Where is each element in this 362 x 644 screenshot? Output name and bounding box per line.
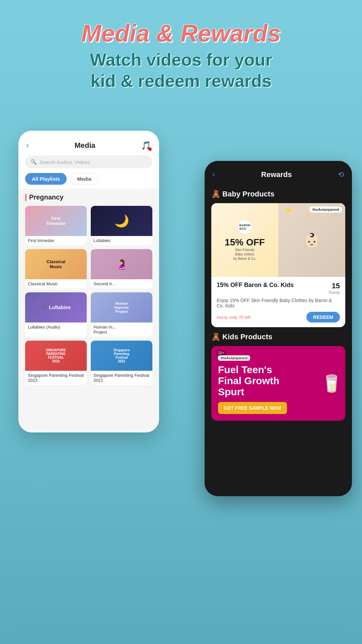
- reward-card-baron[interactable]: BARON&CO 15% OFF Skin FriendlyBaby cloth…: [211, 203, 345, 327]
- media-search-area: 🔍 Search Audios, Videos: [18, 156, 159, 173]
- playlist-thumb-classical: ClassicalMusic: [25, 249, 87, 279]
- baby-products-section-title: 🧸 Baby Products: [211, 190, 345, 198]
- list-item[interactable]: SingaporeParentingFestival2021 Singapore…: [91, 341, 152, 385]
- search-placeholder: Search Audios, Videos: [40, 159, 90, 165]
- rewards-content: 🧸 Baby Products BARON&CO 15% OFF Skin Fr…: [205, 184, 352, 493]
- redeem-button[interactable]: REDEEM: [306, 312, 340, 323]
- discount-percent: 15% OFF: [225, 237, 265, 248]
- media-header: ‹ Media 🎵: [18, 131, 159, 156]
- rewards-header: ‹ Rewards ⟲: [205, 161, 352, 184]
- rewards-screen-title: Rewards: [261, 170, 292, 179]
- phones-area: ‹ Media 🎵 🔍 Search Audios, Videos All Pl…: [0, 121, 362, 624]
- star-decoration: ⭐: [285, 207, 292, 213]
- hero-section: Media & Rewards Watch videos for your ki…: [0, 20, 362, 91]
- star-decoration: ✨: [305, 213, 310, 218]
- list-item[interactable]: 🤰 Second tr...: [91, 249, 152, 288]
- baby-photo-placeholder: 👶🏻: [303, 232, 320, 248]
- kids-brand-badge: theAsianparent: [218, 355, 250, 361]
- list-item[interactable]: ClassicalMusic Classical Music: [25, 249, 87, 288]
- playlist-label: Second tr...: [91, 279, 152, 288]
- playlist-thumb-lullabies-audio: 🎵 Lullabies: [25, 292, 87, 323]
- playlist-label: Lullabies (Audio): [25, 323, 87, 332]
- hero-subtitle-line2: kid & redeem rewards: [90, 71, 271, 91]
- points-label: Points: [329, 290, 340, 295]
- search-bar[interactable]: 🔍 Search Audios, Videos: [25, 156, 152, 168]
- playlist-thumb-lullabies-night: 🌙: [91, 206, 152, 236]
- media-tabs: All Playlists Media: [18, 173, 159, 189]
- list-item[interactable]: FirstTrimester First trimester: [25, 206, 87, 245]
- reward-description: Enjoy 15% OFF Skin Friendly Baby Clothes…: [217, 298, 340, 308]
- hero-subtitle-line1: Watch videos for your: [90, 50, 272, 69]
- playlist-label: Singapore Parenting Festival 2021: [91, 371, 152, 385]
- kids-cta-button[interactable]: GET FREE SAMPLE NOW: [218, 402, 287, 414]
- playlist-thumb-first-trimester: FirstTrimester: [25, 206, 87, 236]
- playlist-thumb-human-improve: HumanImproveProject: [91, 292, 152, 323]
- rewards-history-icon[interactable]: ⟲: [338, 170, 344, 179]
- reward-card-top: 15% OFF Baron & Co. Kids 15 Points: [217, 282, 340, 295]
- kids-card-title: Fuel Teen'sFinal GrowthSpurt: [218, 364, 339, 397]
- playlist-grid: FirstTrimester First trimester 🌙 Lullabi…: [25, 206, 152, 385]
- rewards-phone: ‹ Rewards ⟲ 🧸 Baby Products BARON&CO 15%…: [205, 161, 352, 496]
- media-phone: ‹ Media 🎵 🔍 Search Audios, Videos All Pl…: [18, 131, 159, 432]
- playlist-label: Singapore Parenting Festival 2022: [25, 371, 87, 385]
- reward-card-image: BARON&CO 15% OFF Skin FriendlyBaby cloth…: [211, 203, 345, 277]
- hero-subtitle: Watch videos for your kid & redeem rewar…: [13, 49, 349, 91]
- reward-card-body: 15% OFF Baron & Co. Kids 15 Points Enjoy…: [211, 277, 345, 327]
- playlist-label: Lullabies: [91, 236, 152, 245]
- kids-card-age-badge: 10+: [216, 350, 226, 355]
- list-item[interactable]: 🌙 Lullabies: [91, 206, 152, 245]
- heart-dot-indicator: [148, 148, 152, 151]
- list-item[interactable]: HumanImproveProject Human In...Project: [91, 292, 152, 337]
- discount-description: Skin FriendlyBaby clothesby Baron & Co.: [233, 248, 256, 261]
- points-number: 15: [332, 282, 340, 290]
- brand-badge: theAsianparent: [310, 207, 342, 213]
- search-icon: 🔍: [30, 159, 37, 165]
- baron-logo: BARON&CO: [237, 220, 252, 234]
- playlist-label: Classical Music: [25, 279, 87, 288]
- playlist-label: First trimester: [25, 236, 87, 245]
- section-bar-accent: [25, 194, 26, 201]
- kids-product-card[interactable]: 10+ theAsianparent Fuel Teen'sFinal Grow…: [211, 346, 345, 421]
- reward-footer: Hurry, only 70 left REDEEM: [217, 312, 340, 323]
- pregnancy-section-header: Pregnancy: [25, 193, 152, 201]
- playlist-label: Human In...Project: [91, 323, 152, 337]
- rewards-back-button[interactable]: ‹: [213, 170, 215, 179]
- baron-product-photo: 👶🏻: [278, 203, 345, 277]
- baron-offer-left: BARON&CO 15% OFF Skin FriendlyBaby cloth…: [211, 203, 278, 277]
- hero-title: Media & Rewards: [13, 20, 349, 47]
- kids-product-image: 🥛: [321, 374, 342, 393]
- pregnancy-section-title: Pregnancy: [29, 193, 63, 201]
- media-screen-title: Media: [74, 141, 95, 150]
- list-item[interactable]: 🎵 Lullabies Lullabies (Audio): [25, 292, 87, 337]
- playlist-thumb-second-tri: 🤰: [91, 249, 152, 279]
- reward-urgency-text: Hurry, only 70 left: [217, 315, 250, 320]
- kids-products-section-title: 🧸 Kids Products: [211, 333, 345, 341]
- reward-card-name: 15% OFF Baron & Co. Kids: [217, 282, 329, 289]
- tab-media[interactable]: Media: [70, 173, 98, 185]
- playlist-thumb-spf2022: SINGAPOREPARENTINGFESTIVAL2022: [25, 341, 87, 371]
- media-music-icon[interactable]: 🎵: [141, 141, 151, 150]
- playlist-thumb-spf2021: SingaporeParentingFestival2021: [91, 341, 152, 371]
- reward-points-display: 15 Points: [329, 282, 340, 295]
- media-content: Pregnancy FirstTrimester First trimester…: [18, 189, 159, 390]
- list-item[interactable]: SINGAPOREPARENTINGFESTIVAL2022 Singapore…: [25, 341, 87, 385]
- media-back-button[interactable]: ‹: [26, 141, 29, 150]
- tab-all-playlists[interactable]: All Playlists: [25, 173, 67, 185]
